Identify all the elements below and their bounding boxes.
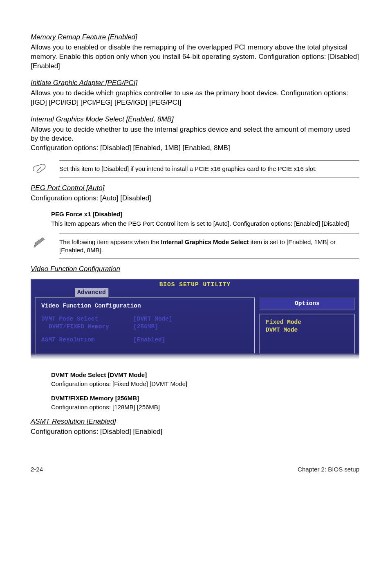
body-peg-port: Configuration options: [Auto] [Disabled]: [31, 194, 359, 203]
section-memory-remap: Memory Remap Feature [Enabled] Allows yo…: [31, 33, 359, 71]
bios-fade: [31, 353, 359, 359]
bios-panel-title: Video Function Configuration: [41, 302, 249, 310]
body-memory-remap: Allows you to enabled or disable the rem…: [31, 43, 359, 71]
section-peg-force: PEG Force x1 [Disabled] This item appear…: [51, 210, 359, 228]
bios-key: DVMT/FIXED Memory: [41, 323, 133, 331]
bios-tab-advanced: Advanced: [75, 288, 108, 297]
bios-key: ASMT Resolutiom: [41, 336, 133, 344]
bios-key: DVMT Mode Select: [41, 315, 133, 323]
note2-bold: Internal Graphics Mode Select: [161, 238, 249, 245]
note-pcie-body: Set this item to [Disabled] if you inten…: [59, 160, 359, 177]
heading-video-func: Video Function Configuration: [31, 265, 359, 274]
section-dvmt-fixed: DVMT/FIXED Memory [256MB] Configuration …: [51, 394, 359, 412]
body-dvmt-fixed: Configuration options: [128MB] [256MB]: [51, 403, 359, 411]
body-peg-force: This item appears when the PEG Port Cont…: [51, 220, 359, 228]
bios-value: [Enabled]: [133, 336, 165, 344]
heading-dvmt-mode: DVMT Mode Select [DVMT Mode]: [51, 371, 359, 379]
page-footer: 2-24 Chapter 2: BIOS setup: [31, 465, 359, 474]
section-asmt: ASMT Resolution [Enabled] Configuration …: [31, 417, 359, 437]
bios-title: BIOS SETUP UTILITY: [31, 280, 359, 289]
note-internal-graphics: The following item appears when the Inte…: [31, 233, 359, 259]
paperclip-icon: [31, 160, 48, 176]
heading-dvmt-fixed: DVMT/FIXED Memory [256MB]: [51, 394, 359, 402]
bios-options-header: Options: [259, 297, 355, 310]
bios-option: Fixed Mode: [266, 319, 349, 327]
bios-row-dvmt-mode: DVMT Mode Select [DVMT Mode]: [41, 315, 249, 323]
heading-internal-graphics: Internal Graphics Mode Select [Enabled, …: [31, 115, 359, 124]
note-internal-graphics-body: The following item appears when the Inte…: [59, 233, 359, 259]
bios-left-panel: Video Function Configuration DVMT Mode S…: [35, 297, 255, 355]
heading-asmt: ASMT Resolution [Enabled]: [31, 417, 359, 426]
chapter-label: Chapter 2: BIOS setup: [298, 465, 359, 474]
bios-option: DVMT Mode: [266, 326, 349, 334]
section-peg-port: PEG Port Control [Auto] Configuration op…: [31, 184, 359, 203]
body-asmt: Configuration options: [Disabled] [Enabl…: [31, 427, 359, 437]
bios-row-asmt: ASMT Resolutiom [Enabled]: [41, 336, 249, 344]
pencil-icon: [31, 233, 48, 250]
heading-peg-port: PEG Port Control [Auto]: [31, 184, 359, 193]
bios-options-body: Fixed Mode DVMT Mode: [259, 314, 355, 355]
bios-row-dvmt-fixed: DVMT/FIXED Memory [256MB]: [41, 323, 249, 331]
body-internal-graphics-2: Configuration options: [Disabled] [Enabl…: [31, 144, 359, 153]
bios-right-panel: Options Fixed Mode DVMT Mode: [259, 297, 355, 355]
bios-value: [256MB]: [133, 323, 158, 331]
body-internal-graphics-1: Allows you to decide whether to use the …: [31, 125, 359, 144]
page-number: 2-24: [31, 465, 43, 474]
heading-peg-force: PEG Force x1 [Disabled]: [51, 210, 359, 218]
body-initiate-graphic: Allows you to decide which graphics cont…: [31, 89, 359, 108]
section-initiate-graphic: Initiate Graphic Adapter [PEG/PCI] Allow…: [31, 79, 359, 108]
section-dvmt-mode: DVMT Mode Select [DVMT Mode] Configurati…: [51, 371, 359, 388]
heading-initiate-graphic: Initiate Graphic Adapter [PEG/PCI]: [31, 79, 359, 88]
note2-pre: The following item appears when the: [59, 238, 161, 245]
bios-value: [DVMT Mode]: [133, 315, 173, 323]
bios-screenshot: BIOS SETUP UTILITY Advanced Video Functi…: [31, 279, 359, 359]
body-dvmt-mode: Configuration options: [Fixed Mode] [DVM…: [51, 380, 359, 388]
section-video-func: Video Function Configuration: [31, 265, 359, 274]
section-internal-graphics: Internal Graphics Mode Select [Enabled, …: [31, 115, 359, 153]
heading-memory-remap: Memory Remap Feature [Enabled]: [31, 33, 359, 42]
note-pcie: Set this item to [Disabled] if you inten…: [31, 160, 359, 177]
